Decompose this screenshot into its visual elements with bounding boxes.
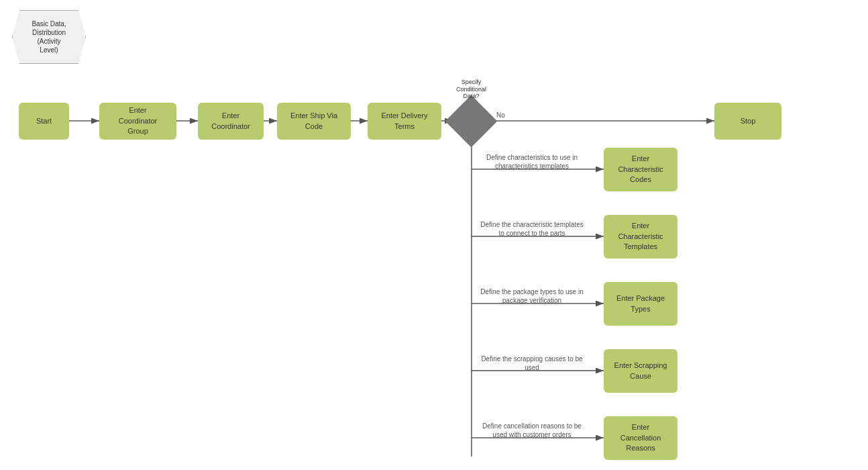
scrapping-cause-label: Enter ScrappingCause [614,361,667,381]
delivery-terms-box: Enter DeliveryTerms [368,103,441,140]
hexagon-text: Basic Data,Distribution(ActivityLevel) [32,19,66,54]
char-templates-label: EnterCharacteristicTemplates [618,221,663,252]
stop-label: Stop [741,116,756,126]
start-label: Start [36,116,52,126]
cancellation-reasons-box: EnterCancellationReasons [604,416,677,460]
annotation-char-codes: Define characteristics to use incharacte… [465,153,599,171]
ship-via-box: Enter Ship ViaCode [277,103,351,140]
annotation-scrapping: Define the scrapping causes to beused [465,355,599,372]
char-codes-box: EnterCharacteristicCodes [604,148,677,191]
char-codes-label: EnterCharacteristicCodes [618,154,663,185]
coordinator-box: EnterCoordinator [198,103,264,140]
start-box: Start [19,103,69,140]
package-types-label: Enter PackageTypes [616,293,665,314]
coordinator-group-box: EnterCoordinatorGroup [99,103,176,140]
ship-via-label: Enter Ship ViaCode [290,111,337,132]
no-branch-label: No [496,111,505,120]
scrapping-cause-box: Enter ScrappingCause [604,349,677,393]
annotation-package-types: Define the package types to use inpackag… [465,287,599,305]
delivery-terms-label: Enter DeliveryTerms [381,111,427,132]
annotation-char-templates: Define the characteristic templatesto co… [465,220,599,238]
cancellation-reasons-label: EnterCancellationReasons [620,422,661,453]
annotation-cancellation: Define cancellation reasons to beused wi… [465,422,599,439]
activity-level-label: Basic Data,Distribution(ActivityLevel) [12,10,86,64]
stop-box: Stop [714,103,781,140]
coordinator-label: EnterCoordinator [211,111,250,132]
coordinator-group-label: EnterCoordinatorGroup [119,105,157,136]
conditional-diamond: SpecifyConditionalData? [453,103,490,140]
char-templates-box: EnterCharacteristicTemplates [604,215,677,258]
package-types-box: Enter PackageTypes [604,282,677,326]
